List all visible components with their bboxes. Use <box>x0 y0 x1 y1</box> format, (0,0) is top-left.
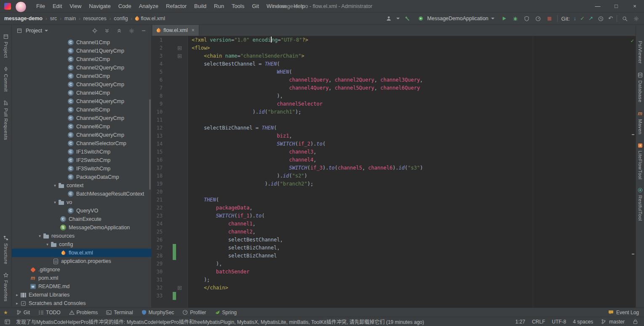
line-number[interactable]: 12 <box>152 124 163 132</box>
project-panel-title[interactable]: Project <box>26 28 42 34</box>
tree-item-application-properties[interactable]: application.properties <box>12 257 151 265</box>
code-line[interactable]: selectBizChannel, <box>192 244 631 252</box>
line-number[interactable]: 23 <box>152 212 163 220</box>
code-editor[interactable]: <?xml version="1.0" encoding="UTF-8"?><f… <box>188 36 631 307</box>
menu-tools[interactable]: Tools <box>228 2 248 11</box>
code-line[interactable]: packageData, <box>192 204 631 212</box>
tree-item-external-libraries[interactable]: ▸External Libraries <box>12 291 151 299</box>
settings-button[interactable] <box>632 14 640 23</box>
code-line[interactable]: ).id("s2") <box>192 172 631 180</box>
debug-button[interactable] <box>512 14 519 23</box>
toolwindow-todo[interactable]: TODO <box>38 310 60 315</box>
line-number[interactable]: 22 <box>152 204 163 212</box>
maximize-button[interactable]: □ <box>607 0 625 13</box>
tab-close-icon[interactable]: × <box>192 27 195 33</box>
tree-item-packagedatacmp[interactable]: CPackageDataCmp <box>12 173 151 181</box>
line-number[interactable]: 32 <box>152 284 163 292</box>
lock-icon[interactable] <box>631 318 639 326</box>
code-line[interactable]: THEN( <box>192 196 631 204</box>
line-number[interactable]: 19 <box>152 180 163 188</box>
line-number[interactable]: 14 <box>152 140 163 148</box>
favorites-star-icon[interactable]: ★ <box>3 310 8 315</box>
tree-item-channel6cmp[interactable]: CChannel6Cmp <box>12 122 151 131</box>
line-number[interactable]: 10 <box>152 108 163 116</box>
line-number[interactable]: 5 <box>152 68 163 76</box>
code-line[interactable]: channel1, <box>192 220 631 228</box>
menu-edit[interactable]: Edit <box>49 2 65 11</box>
run-button[interactable] <box>500 14 508 23</box>
line-number[interactable]: 31 <box>152 276 163 284</box>
minimize-button[interactable]: — <box>588 0 607 13</box>
code-line[interactable]: ).id("branch2"); <box>192 180 631 188</box>
tree-item-config[interactable]: ▾config <box>12 240 151 249</box>
tree-item-channelselectorcmp[interactable]: CChannelSelectorCmp <box>12 139 151 148</box>
tree-item-channel2cmp[interactable]: CChannel2Cmp <box>12 55 151 64</box>
code-line[interactable] <box>192 292 631 300</box>
tree-item-queryvo[interactable]: CQueryVO <box>12 207 151 215</box>
build-project-button[interactable] <box>404 14 411 23</box>
tree-item-channel4cmp[interactable]: CChannel4Cmp <box>12 89 151 97</box>
collapse-all-button[interactable] <box>115 27 123 35</box>
tool-stripe-restfultool[interactable]: RestfulTool <box>638 183 643 225</box>
code-line[interactable]: <?xml version="1.0" encoding="UTF-8"?> <box>192 36 631 44</box>
tree-chevron-icon[interactable]: ▾ <box>52 200 58 204</box>
tree-item-readme-md[interactable]: MREADME.md <box>12 282 151 291</box>
project-tree-scrollbar[interactable] <box>149 99 151 190</box>
code-line[interactable]: SWITCH(if_1).to( <box>192 212 631 220</box>
line-number[interactable]: 33 <box>152 292 163 300</box>
indent-widget[interactable]: 4 spaces <box>573 319 593 325</box>
tree-item-channel1querycmp[interactable]: CChannel1QueryCmp <box>12 47 151 55</box>
line-number[interactable]: 1 <box>152 36 163 44</box>
tool-stripe-structure[interactable]: Structure <box>3 231 8 268</box>
vcs-commit-button[interactable]: ✓ <box>580 14 585 23</box>
menu-build[interactable]: Build <box>191 2 210 11</box>
menu-navigate[interactable]: Navigate <box>86 2 114 11</box>
menu-git[interactable]: Git <box>249 2 262 11</box>
line-number[interactable]: 11 <box>152 116 163 124</box>
select-opened-file-button[interactable] <box>91 27 99 35</box>
line-number[interactable]: 15 <box>152 148 163 156</box>
breadcrumb-config[interactable]: config <box>114 16 128 21</box>
line-number[interactable]: 17 <box>152 164 163 172</box>
run-configuration-select[interactable]: MessageDemoApplication <box>415 13 496 24</box>
menu-refactor[interactable]: Refactor <box>163 2 190 11</box>
menu-run[interactable]: Run <box>211 2 227 11</box>
tree-item-scratches-and-consoles[interactable]: ▸Scratches and Consoles <box>12 299 151 307</box>
tree-item-channel6querycmp[interactable]: CChannel6QueryCmp <box>12 131 151 139</box>
line-number[interactable]: 21 <box>152 196 163 204</box>
line-number[interactable]: 26 <box>152 236 163 244</box>
code-line[interactable]: ).id("branch1"); <box>192 108 631 116</box>
tool-stripe-psiviewer[interactable]: PsiViewer <box>638 37 643 68</box>
breadcrumb-flow-el-xml[interactable]: flow.el.xml <box>135 16 165 21</box>
tool-stripe-commit[interactable]: Commit <box>3 62 8 96</box>
vcs-update-button[interactable]: ↓ <box>574 14 577 23</box>
tool-stripe-maven[interactable]: mMaven <box>638 106 643 139</box>
undo-button[interactable]: ↶ <box>608 14 613 23</box>
line-number[interactable]: 16 <box>152 156 163 164</box>
code-line[interactable]: channel4, <box>192 156 631 164</box>
inspections-ok-icon[interactable]: ✓ <box>631 38 634 44</box>
toolwindow-switcher-icon[interactable] <box>3 318 11 326</box>
tree-item-pom-xml[interactable]: mpom.xml <box>12 274 151 282</box>
editor-gutter[interactable]: 12−3−45678910111213141516171819202122232… <box>152 36 188 307</box>
run-with-coverage-button[interactable] <box>523 14 531 23</box>
line-number[interactable]: 6 <box>152 76 163 84</box>
tree-item-gitignore[interactable]: .gitignore <box>12 265 151 274</box>
menu-analyze[interactable]: Analyze <box>136 2 162 11</box>
tree-item-channel4querycmp[interactable]: CChannel4QueryCmp <box>12 97 151 106</box>
code-line[interactable]: ), <box>192 92 631 100</box>
tool-stripe-database[interactable]: Database <box>638 68 643 106</box>
tree-item-channel2querycmp[interactable]: CChannel2QueryCmp <box>12 64 151 72</box>
line-number[interactable]: 25 <box>152 228 163 236</box>
tree-item-vo[interactable]: ▾vo <box>12 198 151 207</box>
tree-item-channel1cmp[interactable]: CChannel1Cmp <box>12 38 151 47</box>
toolwindow-spring[interactable]: Spring <box>214 310 237 315</box>
tree-item-channel5querycmp[interactable]: CChannel5QueryCmp <box>12 114 151 122</box>
toolwindow-git[interactable]: Git <box>16 310 30 315</box>
code-line[interactable]: SWITCH(if_2).to( <box>192 140 631 148</box>
tree-item-resources[interactable]: ▾resources <box>12 232 151 240</box>
toolwindow-problems[interactable]: Problems <box>69 310 98 315</box>
tree-chevron-icon[interactable]: ▾ <box>37 234 43 238</box>
code-line[interactable]: selectBizChannel = THEN( <box>192 124 631 132</box>
profiler-button[interactable] <box>534 14 542 23</box>
